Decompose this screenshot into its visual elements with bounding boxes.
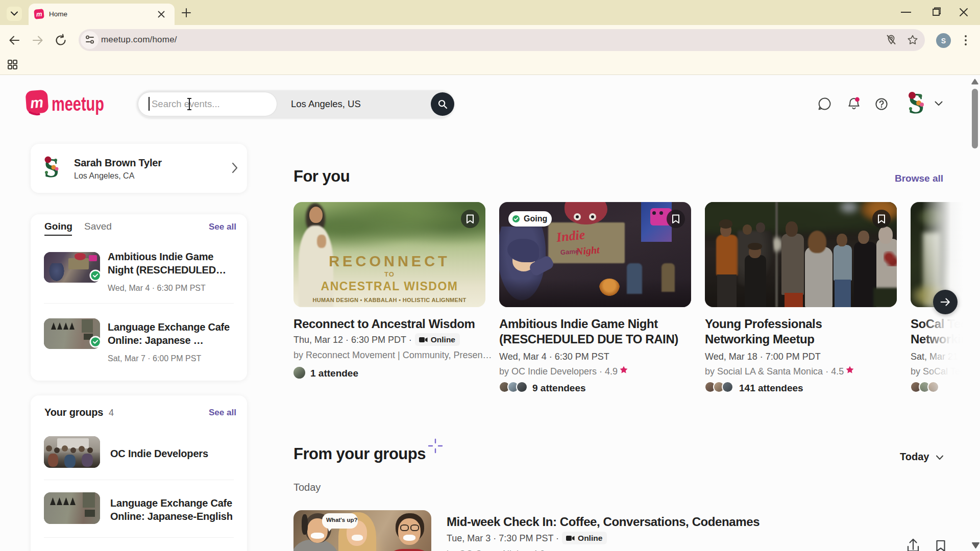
svg-text:meetup: meetup bbox=[52, 93, 104, 115]
svg-text:m: m bbox=[30, 94, 44, 111]
